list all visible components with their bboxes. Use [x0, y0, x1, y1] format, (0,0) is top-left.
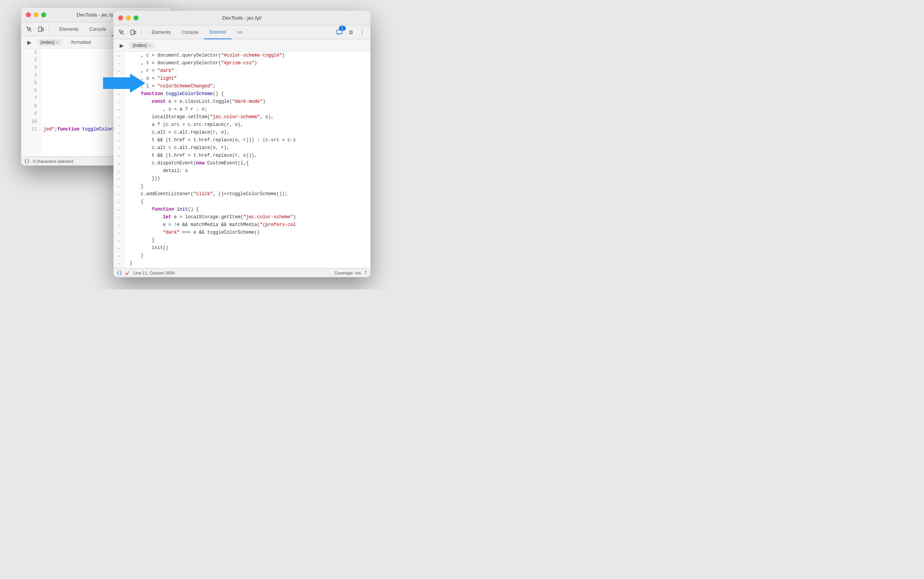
tab-more-right[interactable]: >>	[232, 25, 248, 39]
line-num-5: 5	[21, 79, 40, 87]
line-num-4: 4	[21, 72, 40, 79]
toolbar-sep-right	[141, 28, 142, 36]
gutter-dash-19: –	[113, 190, 125, 198]
rcode-1: , c = document.querySelector("#color-sch…	[130, 52, 366, 59]
status-bar-right: {} ↙ Line 11, Column 3939 Coverage: n/a …	[113, 268, 370, 277]
file-tab-index-right[interactable]: (index) ×	[130, 42, 154, 49]
tab-sources-right[interactable]: Sources	[204, 25, 232, 39]
device-icon-left[interactable]	[36, 24, 46, 34]
svg-line-4	[122, 33, 124, 35]
title-bar-right: DevTools - jec.fyi/	[113, 11, 370, 25]
rcode-15: c.dispatchEvent(new CustomEvent(l,{	[130, 159, 366, 167]
minimize-button-right[interactable]	[126, 15, 131, 20]
window-title-right: DevTools - jec.fyi/	[222, 15, 262, 21]
tab-elements-right[interactable]: Elements	[146, 25, 176, 39]
file-tab-label-right: (index)	[133, 43, 147, 48]
rcode-18: }	[130, 182, 366, 190]
maximize-button-right[interactable]	[133, 15, 138, 20]
close-button-right[interactable]	[118, 15, 123, 20]
chat-icon-right[interactable]: 1	[334, 27, 344, 37]
menu-icon-right[interactable]: ⋮	[357, 27, 367, 37]
rcode-3: , r = "dark"	[130, 67, 366, 75]
source-toolbar-right: ▶ (index) ×	[113, 39, 370, 52]
gutter-dash-15: –	[113, 159, 125, 167]
traffic-lights-left	[26, 12, 46, 17]
code-content-right[interactable]: , c = document.querySelector("#color-sch…	[125, 52, 370, 268]
status-bar-right-right: Coverage: n/a ⤒	[334, 270, 367, 275]
rcode-17: }))	[130, 175, 366, 182]
tab-console-right[interactable]: Console	[176, 25, 204, 39]
gutter-dash-25: –	[113, 236, 125, 244]
rcode-25: }	[130, 236, 366, 244]
line-num-8: 8	[21, 102, 40, 110]
line-num-10: 10	[21, 118, 40, 126]
toolbar-sep-left	[49, 25, 49, 33]
gutter-dash-27: –	[113, 252, 125, 259]
rcode-28: }	[130, 259, 366, 267]
formatted-tab-left[interactable]: :formatted	[65, 36, 96, 49]
gutter-dash-16: –	[113, 167, 125, 175]
inspect-icon-right[interactable]	[117, 27, 127, 37]
gutter-dash-21: –	[113, 206, 125, 213]
toolbar-right-icons: 1 ⚙ ⋮	[334, 27, 367, 37]
gutter-dash-11: –	[113, 129, 125, 136]
settings-icon-right[interactable]: ⚙	[346, 27, 356, 37]
play-icon-left[interactable]: ▶	[24, 37, 34, 47]
line-num-7: 7	[21, 95, 40, 102]
file-tab-index-left[interactable]: (index) ×	[37, 39, 62, 46]
rcode-9: localStorage.setItem("jec.color-scheme",…	[130, 113, 366, 121]
gutter-dash-26: –	[113, 244, 125, 252]
gutter-dash-13: –	[113, 144, 125, 152]
gutter-dash-28: –	[113, 259, 125, 267]
blue-arrow	[103, 72, 145, 96]
svg-rect-1	[38, 27, 42, 32]
close-button-left[interactable]	[26, 12, 31, 17]
line-num-11: 11	[21, 126, 40, 133]
inspect-icon-left[interactable]	[24, 24, 34, 34]
maximize-button-left[interactable]	[41, 12, 46, 17]
window-title-left: DevTools - jec.fyi/	[77, 12, 116, 18]
rcode-16: detail: s	[130, 167, 366, 175]
gutter-dash-23: –	[113, 221, 125, 229]
device-icon-right[interactable]	[128, 27, 138, 37]
gutter-dash-22: –	[113, 213, 125, 221]
format-icon-left[interactable]: {}	[24, 159, 30, 164]
line-num-1: 1	[21, 49, 40, 56]
tab-elements-left[interactable]: Elements	[54, 22, 84, 36]
gutter-dash-14: –	[113, 152, 125, 159]
status-text-right: Line 11, Column 3939	[133, 271, 175, 275]
chat-badge-right: 1	[339, 26, 346, 31]
gutter-dash-8: –	[113, 105, 125, 113]
gutter-dash-10: –	[113, 121, 125, 129]
rcode-27: }	[130, 252, 366, 259]
play-icon-right[interactable]: ▶	[117, 40, 127, 50]
gutter-dash-1: –	[113, 52, 125, 59]
gutter-dash-17: –	[113, 175, 125, 182]
rcode-2: , t = document.querySelector("#prism-css…	[130, 59, 366, 67]
gutter-dash-7: –	[113, 98, 125, 105]
gutter-dash-24: –	[113, 229, 125, 236]
devtools-toolbar-right: Elements Console Sources >> 1 ⚙ ⋮	[113, 25, 370, 39]
rcode-22: let e = localStorage.getItem("jec.color-…	[130, 213, 366, 221]
rcode-11: c.alt = c.alt.replace(r, o),	[130, 129, 366, 136]
file-tab-label-left: (index)	[40, 40, 55, 45]
gutter-dash-9: –	[113, 113, 125, 121]
scroll-icon-right[interactable]: ⤒	[364, 270, 367, 275]
tab-console-left[interactable]: Console	[84, 22, 112, 36]
devtools-tabs-right: Elements Console Sources >>	[146, 25, 248, 39]
gutter-dash-18: –	[113, 182, 125, 190]
code-area-right: – – – – – – – – – – – – – – – – – – – – …	[113, 52, 370, 268]
format-icon-right[interactable]: {}	[117, 270, 122, 276]
file-tab-close-right[interactable]: ×	[148, 43, 151, 48]
rcode-4: , o = "light"	[130, 75, 366, 82]
minimize-button-left[interactable]	[33, 12, 38, 17]
gutter-dash-2: –	[113, 59, 125, 67]
line-num-2: 2	[21, 56, 40, 64]
status-text-left: 9 characters selected	[33, 159, 73, 164]
file-tab-close-left[interactable]: ×	[56, 40, 58, 45]
rcode-20: {	[130, 198, 366, 206]
svg-marker-3	[103, 74, 145, 93]
coverage-right: Coverage: n/a	[334, 271, 361, 275]
rcode-7: const a = e.classList.toggle("dark-mode"…	[130, 98, 366, 105]
rcode-21: function init() {	[130, 206, 366, 213]
